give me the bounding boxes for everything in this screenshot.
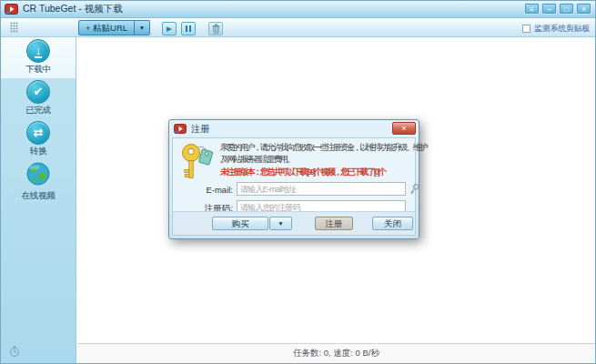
status-text: 任务数: 0, 速度: 0 B/秒 — [293, 348, 379, 359]
key-button[interactable] — [409, 183, 420, 196]
unregistered-notice: 未注册版本：您总共可以下载[99]个视频，您已下载了[0]个 — [220, 167, 385, 178]
sidebar: ↓ 下载中 ✔ 已完成 ⇄ 转换 在线视频 — [1, 37, 76, 363]
sidebar-item-label: 在线视频 — [1, 190, 76, 202]
paste-url-button[interactable]: + 粘贴URL — [78, 20, 135, 35]
sidebar-item-label: 已完成 — [1, 105, 76, 116]
globe-icon — [26, 162, 50, 186]
app-window: CR TubeGet - 视频下载 ≡ – □ × + 粘贴URL ▼ ▶ — [0, 0, 596, 364]
clock-icon — [9, 346, 20, 358]
delete-task-button[interactable] — [208, 22, 223, 35]
sidebar-item-convert[interactable]: ⇄ 转换 — [1, 119, 76, 160]
paste-url-dropdown-icon[interactable]: ▼ — [135, 20, 150, 35]
sidebar-item-online-video[interactable]: 在线视频 — [1, 160, 76, 201]
sidebar-item-label: 转换 — [1, 146, 76, 157]
download-circle-icon: ↓ — [26, 39, 50, 63]
sidebar-item-completed[interactable]: ✔ 已完成 — [1, 78, 76, 119]
dialog-footer: 购买 ▼ 注册 关闭 — [173, 211, 415, 235]
sidebar-item-downloading[interactable]: ↓ 下载中 — [1, 37, 76, 78]
small-key-icon — [409, 183, 420, 196]
email-label: E-mail: — [173, 185, 233, 195]
window-controls: ≡ – □ × — [524, 3, 591, 15]
clipboard-monitor-label[interactable]: 监测系统剪贴板 — [534, 23, 590, 35]
close-button[interactable]: 关闭 — [372, 217, 413, 230]
paste-url-group: + 粘贴URL ▼ — [78, 20, 150, 35]
titlebar: CR TubeGet - 视频下载 ≡ – □ × — [1, 1, 595, 18]
buy-dropdown-icon[interactable]: ▼ — [269, 217, 292, 230]
buy-button[interactable]: 购买 — [212, 217, 268, 230]
statusbar: 任务数: 0, 速度: 0 B/秒 — [77, 343, 595, 363]
clipboard-monitor-option: 监测系统剪贴板 — [522, 23, 590, 35]
dialog-close-icon[interactable]: × — [392, 122, 416, 135]
key-with-tag-icon — [179, 142, 216, 184]
close-icon[interactable]: × — [576, 3, 591, 15]
dialog-message: 亲爱的用户，请允许我向您收取一些注册资金，以维持功能升级、维护 及网站服务器流量… — [220, 141, 415, 165]
dialog-body: 亲爱的用户，请允许我向您收取一些注册资金，以维持功能升级、维护 及网站服务器流量… — [172, 137, 416, 236]
app-icon — [5, 4, 18, 15]
minimize-icon[interactable]: – — [541, 3, 557, 15]
dialog-app-icon — [174, 124, 187, 134]
register-button[interactable]: 注册 — [315, 217, 353, 230]
start-download-button[interactable]: ▶ — [162, 22, 177, 35]
pause-icon — [186, 25, 187, 32]
check-circle-icon: ✔ — [26, 80, 50, 104]
trash-icon — [212, 24, 220, 34]
menu-icon[interactable]: ≡ — [524, 3, 540, 15]
convert-circle-icon: ⇄ — [26, 121, 50, 145]
register-dialog: 注册 × 亲爱的用户，请允许我向您收取一些注册资金，以维持功能升级、维护 及网站… — [168, 119, 419, 239]
grip-dots-icon — [10, 22, 18, 33]
pause-download-button[interactable] — [181, 22, 196, 35]
dialog-titlebar: 注册 × — [169, 120, 419, 137]
clipboard-monitor-checkbox[interactable] — [522, 25, 530, 33]
maximize-icon[interactable]: □ — [559, 3, 574, 15]
window-title: CR TubeGet - 视频下载 — [23, 3, 123, 15]
sidebar-item-label: 下载中 — [1, 64, 76, 76]
toolbar: + 粘贴URL ▼ ▶ 监测系统剪贴板 — [1, 18, 595, 37]
dialog-title: 注册 — [191, 123, 209, 136]
email-field[interactable] — [237, 182, 406, 196]
play-icon: ▶ — [167, 25, 172, 33]
